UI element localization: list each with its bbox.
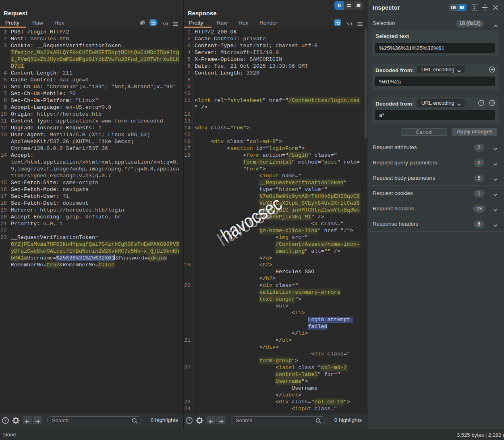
svg-text:?: ? — [188, 418, 191, 423]
svg-text:?: ? — [4, 418, 7, 423]
